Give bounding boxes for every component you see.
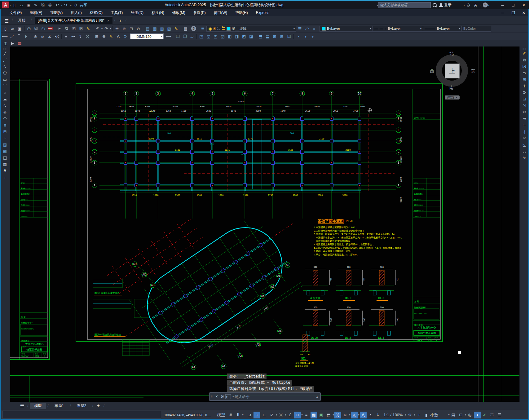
window-close-button[interactable]: ✕ (518, 3, 529, 7)
redo-list-caret-icon[interactable]: ▾ (110, 27, 111, 30)
dim-quick-icon[interactable]: ≪ (53, 33, 60, 40)
dim-style-manager-icon[interactable]: ⟷ (165, 33, 172, 40)
selection-filtering-button[interactable]: ⧈ (342, 412, 349, 418)
union-icon[interactable]: ❏ (174, 33, 181, 40)
annotation-scale-button[interactable]: ⅄ (375, 412, 381, 418)
menu-item-help[interactable]: 帮助(H) (231, 10, 252, 15)
model-space-button[interactable]: 模型 (215, 412, 227, 418)
scale-tool-icon[interactable]: ⊡ (521, 96, 528, 102)
rotate-faces-icon[interactable]: ◧ (226, 33, 233, 40)
region-tool-icon[interactable]: ◰ (2, 154, 9, 161)
signin-label[interactable]: 登录 (444, 2, 452, 8)
tool-palettes-icon[interactable]: ▥ (158, 25, 165, 32)
share-icon[interactable]: ✈ (73, 2, 80, 8)
chamfer-edge-icon[interactable]: ◑ (302, 33, 309, 40)
tab-document[interactable]: [湖州]某大学生活动中心框架结构设计图* ✕ (35, 16, 113, 24)
dimstyle-caret-icon[interactable]: ▾ (161, 35, 162, 38)
paste-icon[interactable]: ⎗ (70, 25, 77, 32)
layer-isolate-icon[interactable]: ≡ (311, 25, 318, 32)
dim-aligned-icon[interactable]: ⤢ (8, 33, 15, 40)
a-caret-icon[interactable]: ▾ (479, 4, 481, 7)
save-icon[interactable]: ▣ (16, 25, 23, 32)
rotate-tool-icon[interactable]: ⟳ (521, 89, 528, 96)
mtext-tool-icon[interactable]: A (2, 167, 9, 174)
dim-radius-icon[interactable]: ⊘ (32, 33, 39, 40)
zoom-previous-icon[interactable]: ⊙ (135, 25, 142, 32)
object-snap-3d-button[interactable]: ⬒ (325, 412, 332, 418)
viewcube-top-face[interactable]: 上 (445, 64, 460, 78)
copy-faces-icon[interactable]: ◩ (240, 33, 248, 40)
zoom-realtime-icon[interactable]: ⊕ (121, 25, 128, 32)
polyline-tool-icon[interactable]: ∿ (2, 63, 9, 70)
properties-palette-icon[interactable]: ▤ (144, 25, 151, 32)
intersect-icon[interactable]: ▱ (188, 33, 196, 40)
command-input[interactable] (234, 394, 314, 399)
menu-item-format[interactable]: 格式(O) (86, 10, 107, 15)
units-icon[interactable]: ▮ (423, 412, 430, 418)
taper-faces-icon[interactable]: ◨ (233, 33, 240, 40)
qat-print-icon[interactable]: ⎙ (46, 2, 54, 8)
extrude-faces-icon[interactable]: ◳ (198, 33, 205, 40)
layer-on-bulb-icon[interactable]: ◉ (208, 25, 212, 32)
grid-display-button[interactable]: # (227, 412, 234, 418)
dim-diameter-icon[interactable]: ⌀ (39, 33, 46, 40)
qat-transfer-icon[interactable]: ⎘ (39, 2, 46, 8)
scale-caret-icon[interactable]: ▾ (405, 413, 406, 416)
clean-icon[interactable]: ⬓ (264, 33, 271, 40)
offset-faces-icon[interactable]: ◰ (212, 33, 219, 40)
new-icon[interactable]: ▯ (2, 25, 9, 32)
tolerance-icon[interactable]: ⊞ (93, 33, 100, 40)
dim-text-edit-icon[interactable]: A (115, 33, 122, 40)
dim-space-icon[interactable]: ⇕ (77, 33, 84, 40)
redo-caret-icon[interactable]: ▾ (70, 4, 71, 7)
stretch-tool-icon[interactable]: ⇲ (521, 102, 528, 109)
selection-cycling-button[interactable]: ▣ (318, 412, 325, 418)
color-control-dropdown[interactable]: ByLayer ▾ (320, 26, 373, 32)
xline-tool-icon[interactable]: ⋰ (2, 57, 9, 63)
cmdbar-grip[interactable]: ⠿ (209, 395, 214, 398)
separate-icon[interactable]: ⊞ (271, 33, 278, 40)
snap-mode-button[interactable]: ⠿ (235, 412, 241, 418)
publish-dwf-icon[interactable]: DWF (47, 25, 54, 32)
viewcube-north-label[interactable]: 北 (449, 51, 454, 56)
insert-block-tool-icon[interactable]: ⧈ (2, 122, 9, 128)
share-label[interactable]: 共享 (80, 2, 87, 8)
color-faces-icon[interactable]: ◪ (248, 33, 255, 40)
object-snap-tracking-button[interactable]: ∠ (287, 412, 293, 418)
make-block-tool-icon[interactable]: ⊞ (2, 128, 9, 135)
fillet-tool-icon[interactable]: ◡ (521, 148, 528, 154)
tab-close-icon[interactable]: ✕ (107, 19, 109, 22)
toolbar-grip[interactable]: ⠿⠿ (3, 48, 7, 50)
delete-faces-icon[interactable]: ◲ (219, 33, 226, 40)
layer-vp-freeze-icon[interactable]: ⛶ (217, 25, 221, 32)
color-caret-icon[interactable]: ▾ (370, 27, 371, 30)
tab-model[interactable]: 模型 (30, 403, 46, 409)
workspace-caret-icon[interactable]: ▾ (414, 413, 415, 416)
user-icon[interactable] (439, 3, 443, 7)
join-tool-icon[interactable]: ≍ (521, 135, 528, 141)
subtract-icon[interactable]: ❐ (181, 33, 188, 40)
layout-menu-icon[interactable]: ☰ (19, 403, 26, 409)
menu-item-draw[interactable]: 绘图(D) (127, 10, 148, 15)
layer-properties-icon[interactable]: ≣ (199, 25, 206, 32)
layer-dropdown-caret-icon[interactable]: ▾ (293, 27, 295, 30)
arc-tool-icon[interactable]: ⌒ (2, 83, 9, 89)
filter-caret-icon[interactable]: ▾ (349, 413, 350, 416)
zoom-window-icon[interactable]: ⊡ (128, 25, 135, 32)
cmdbar-prompt-icon[interactable]: ▸_ (225, 394, 231, 399)
array-tool-icon[interactable]: ⊞ (521, 76, 528, 83)
app-store-cart-icon[interactable]: ⛁ (465, 2, 472, 8)
graphics-performance-button[interactable]: ✔ (481, 412, 488, 418)
doc-minimize-button[interactable]: ─ (497, 11, 508, 15)
help-icon[interactable]: ? (483, 2, 488, 7)
mirror-tool-icon[interactable]: ⋈ (521, 63, 528, 70)
cmdbar-wrench-icon[interactable]: ⚒ (219, 395, 225, 399)
layer-thaw-sun-icon[interactable]: ☀ (212, 25, 217, 32)
dim-continue-icon[interactable]: ⊶ (70, 33, 77, 40)
undo-icon[interactable]: ↶ (94, 25, 101, 32)
drawing-canvas[interactable]: .gl{stroke:#00a018;stroke-width:.7;fill:… (10, 46, 519, 402)
isolate-objects-button[interactable]: ◎ (466, 412, 473, 418)
menu-item-insert[interactable]: 插入(I) (67, 10, 86, 15)
dim-baseline-icon[interactable]: ≡ (63, 33, 70, 40)
menu-item-dimension[interactable]: 标注(N) (148, 10, 168, 15)
